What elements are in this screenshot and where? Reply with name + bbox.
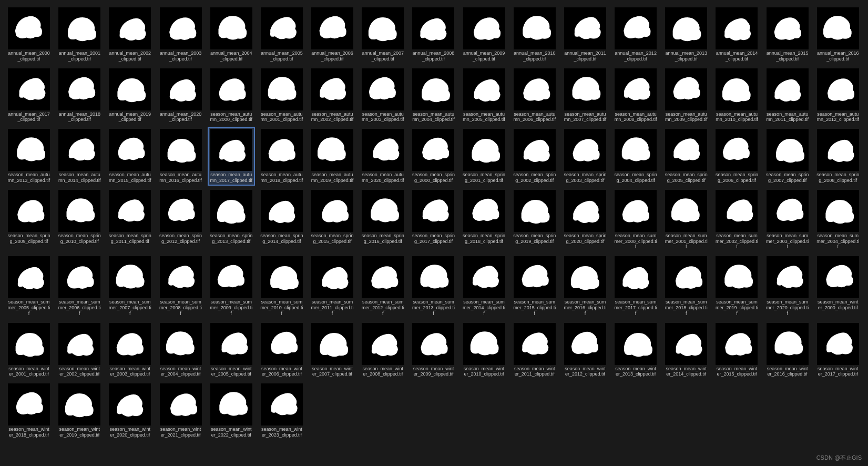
list-item[interactable]: season_mean_summer_2008_clipped.tif xyxy=(157,254,205,318)
list-item[interactable]: season_mean_winter_2007_clipped.tif xyxy=(309,321,356,380)
list-item[interactable]: season_mean_autumn_2014_clipped.tif xyxy=(56,127,103,186)
list-item[interactable]: season_mean_winter_2010_clipped.tif xyxy=(461,321,508,380)
list-item[interactable]: season_mean_spring_2000_clipped.tif xyxy=(410,127,457,186)
list-item[interactable]: annual_mean_2006_clipped.tif xyxy=(309,5,356,64)
list-item[interactable]: season_mean_summer_2018_clipped.tif xyxy=(662,254,710,318)
list-item[interactable]: annual_mean_2007_clipped.tif xyxy=(359,5,406,64)
list-item[interactable]: season_mean_spring_2003_clipped.tif xyxy=(561,127,609,186)
list-item[interactable]: annual_mean_2018_clipped.tif xyxy=(56,66,103,125)
list-item[interactable]: season_mean_summer_2010_clipped.tif xyxy=(258,254,305,318)
list-item[interactable]: season_mean_spring_2016_clipped.tif xyxy=(359,188,406,252)
list-item[interactable]: season_mean_spring_2017_clipped.tif xyxy=(410,188,457,252)
list-item[interactable]: season_mean_winter_2014_clipped.tif xyxy=(662,321,710,380)
list-item[interactable]: season_mean_winter_2018_clipped.tif xyxy=(5,381,53,440)
list-item[interactable]: annual_mean_2013_clipped.tif xyxy=(662,5,710,64)
list-item[interactable]: season_mean_spring_2001_clipped.tif xyxy=(461,127,508,186)
list-item[interactable]: season_mean_summer_2015_clipped.tif xyxy=(511,254,558,318)
list-item[interactable]: season_mean_spring_2011_clipped.tif xyxy=(106,188,154,252)
list-item[interactable]: season_mean_spring_2007_clipped.tif xyxy=(764,127,811,186)
list-item[interactable]: annual_mean_2010_clipped.tif xyxy=(511,5,558,64)
list-item[interactable]: season_mean_spring_2020_clipped.tif xyxy=(561,188,609,252)
list-item[interactable]: season_mean_winter_2016_clipped.tif xyxy=(764,321,811,380)
list-item[interactable]: season_mean_summer_2006_clipped.tif xyxy=(56,254,103,318)
list-item[interactable]: season_mean_summer_2009_clipped.tif xyxy=(208,254,255,318)
list-item[interactable]: season_mean_spring_2005_clipped.tif xyxy=(662,127,710,186)
list-item[interactable]: season_mean_winter_2003_clipped.tif xyxy=(106,321,154,380)
list-item[interactable]: season_mean_winter_2023_clipped.tif xyxy=(258,381,305,440)
list-item[interactable]: annual_mean_2017_clipped.tif xyxy=(5,66,53,125)
list-item[interactable]: season_mean_summer_2020_clipped.tif xyxy=(764,254,811,318)
list-item[interactable]: annual_mean_2011_clipped.tif xyxy=(561,5,609,64)
list-item[interactable]: season_mean_autumn_2002_clipped.tif xyxy=(309,66,356,125)
list-item[interactable]: season_mean_winter_2015_clipped.tif xyxy=(713,321,760,380)
list-item[interactable]: season_mean_spring_2014_clipped.tif xyxy=(258,188,305,252)
list-item[interactable]: annual_mean_2012_clipped.tif xyxy=(612,5,659,64)
list-item[interactable]: season_mean_winter_2011_clipped.tif xyxy=(511,321,558,380)
list-item[interactable]: season_mean_winter_2013_clipped.tif xyxy=(612,321,659,380)
list-item[interactable]: season_mean_autumn_2016_clipped.tif xyxy=(157,127,205,186)
list-item[interactable]: season_mean_summer_2019_clipped.tif xyxy=(713,254,760,318)
list-item[interactable]: annual_mean_2020_clipped.tif xyxy=(157,66,205,125)
list-item[interactable]: season_mean_autumn_2000_clipped.tif xyxy=(208,66,255,125)
list-item[interactable]: season_mean_winter_2005_clipped.tif xyxy=(208,321,255,380)
list-item[interactable]: season_mean_winter_2006_clipped.tif xyxy=(258,321,305,380)
list-item[interactable]: season_mean_autumn_2017_clipped.tif xyxy=(208,127,255,186)
list-item[interactable]: season_mean_autumn_2001_clipped.tif xyxy=(258,66,305,125)
list-item[interactable]: season_mean_spring_2004_clipped.tif xyxy=(612,127,659,186)
list-item[interactable]: annual_mean_2000_clipped.tif xyxy=(5,5,53,64)
list-item[interactable]: season_mean_winter_2004_clipped.tif xyxy=(157,321,205,380)
list-item[interactable]: season_mean_summer_2001_clipped.tif xyxy=(662,188,710,252)
list-item[interactable]: season_mean_spring_2006_clipped.tif xyxy=(713,127,760,186)
list-item[interactable]: season_mean_summer_2003_clipped.tif xyxy=(764,188,811,252)
list-item[interactable]: season_mean_summer_2004_clipped.tif xyxy=(814,188,862,252)
list-item[interactable]: season_mean_autumn_2009_clipped.tif xyxy=(662,66,710,125)
list-item[interactable]: season_mean_spring_2009_clipped.tif xyxy=(5,188,53,252)
list-item[interactable]: season_mean_autumn_2008_clipped.tif xyxy=(612,66,659,125)
list-item[interactable]: season_mean_winter_2008_clipped.tif xyxy=(359,321,406,380)
list-item[interactable]: annual_mean_2019_clipped.tif xyxy=(106,66,154,125)
list-item[interactable]: season_mean_spring_2010_clipped.tif xyxy=(56,188,103,252)
list-item[interactable]: season_mean_autumn_2003_clipped.tif xyxy=(359,66,406,125)
list-item[interactable]: season_mean_summer_2005_clipped.tif xyxy=(5,254,53,318)
list-item[interactable]: season_mean_summer_2000_clipped.tif xyxy=(612,188,659,252)
list-item[interactable]: season_mean_autumn_2004_clipped.tif xyxy=(410,66,457,125)
list-item[interactable]: season_mean_winter_2012_clipped.tif xyxy=(561,321,609,380)
list-item[interactable]: season_mean_spring_2002_clipped.tif xyxy=(511,127,558,186)
list-item[interactable]: season_mean_summer_2007_clipped.tif xyxy=(106,254,154,318)
list-item[interactable]: season_mean_autumn_2010_clipped.tif xyxy=(713,66,760,125)
list-item[interactable]: season_mean_autumn_2019_clipped.tif xyxy=(309,127,356,186)
list-item[interactable]: annual_mean_2002_clipped.tif xyxy=(106,5,154,64)
list-item[interactable]: season_mean_autumn_2013_clipped.tif xyxy=(5,127,53,186)
list-item[interactable]: season_mean_autumn_2005_clipped.tif xyxy=(461,66,508,125)
list-item[interactable]: season_mean_summer_2014_clipped.tif xyxy=(461,254,508,318)
list-item[interactable]: annual_mean_2003_clipped.tif xyxy=(157,5,205,64)
list-item[interactable]: season_mean_autumn_2007_clipped.tif xyxy=(561,66,609,125)
list-item[interactable]: season_mean_winter_2019_clipped.tif xyxy=(56,381,103,440)
list-item[interactable]: season_mean_summer_2011_clipped.tif xyxy=(309,254,356,318)
list-item[interactable]: season_mean_autumn_2018_clipped.tif xyxy=(258,127,305,186)
list-item[interactable]: season_mean_autumn_2011_clipped.tif xyxy=(764,66,811,125)
list-item[interactable]: season_mean_winter_2017_clipped.tif xyxy=(814,321,862,380)
list-item[interactable]: annual_mean_2008_clipped.tif xyxy=(410,5,457,64)
list-item[interactable]: season_mean_autumn_2020_clipped.tif xyxy=(359,127,406,186)
list-item[interactable]: annual_mean_2009_clipped.tif xyxy=(461,5,508,64)
list-item[interactable]: season_mean_winter_2002_clipped.tif xyxy=(56,321,103,380)
list-item[interactable]: season_mean_spring_2012_clipped.tif xyxy=(157,188,205,252)
list-item[interactable]: season_mean_winter_2000_clipped.tif xyxy=(814,254,862,318)
list-item[interactable]: season_mean_summer_2017_clipped.tif xyxy=(612,254,659,318)
list-item[interactable]: season_mean_winter_2001_clipped.tif xyxy=(5,321,53,380)
list-item[interactable]: season_mean_autumn_2015_clipped.tif xyxy=(106,127,154,186)
list-item[interactable]: annual_mean_2005_clipped.tif xyxy=(258,5,305,64)
list-item[interactable]: season_mean_autumn_2012_clipped.tif xyxy=(814,66,862,125)
list-item[interactable]: season_mean_summer_2016_clipped.tif xyxy=(561,254,609,318)
list-item[interactable]: annual_mean_2014_clipped.tif xyxy=(713,5,760,64)
list-item[interactable]: season_mean_spring_2015_clipped.tif xyxy=(309,188,356,252)
list-item[interactable]: season_mean_autumn_2006_clipped.tif xyxy=(511,66,558,125)
list-item[interactable]: annual_mean_2001_clipped.tif xyxy=(56,5,103,64)
list-item[interactable]: annual_mean_2016_clipped.tif xyxy=(814,5,862,64)
list-item[interactable]: season_mean_spring_2019_clipped.tif xyxy=(511,188,558,252)
list-item[interactable]: season_mean_summer_2002_clipped.tif xyxy=(713,188,760,252)
list-item[interactable]: annual_mean_2015_clipped.tif xyxy=(764,5,811,64)
list-item[interactable]: season_mean_winter_2020_clipped.tif xyxy=(106,381,154,440)
list-item[interactable]: annual_mean_2004_clipped.tif xyxy=(208,5,255,64)
